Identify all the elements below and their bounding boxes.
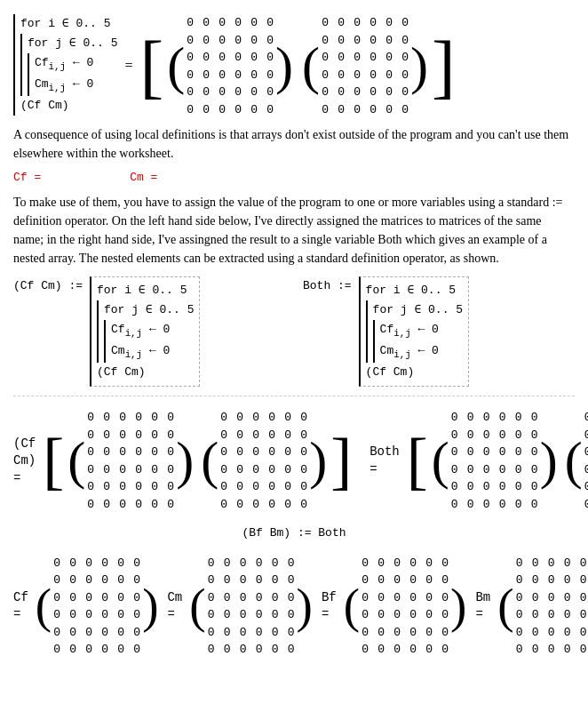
matrix-cf-top: 000000 000000 000000 000000 000000 00000…	[185, 14, 275, 118]
cf-final-matrix: 000000 000000 000000 000000 000000 00000…	[52, 555, 142, 659]
cf-final-l: (	[36, 586, 52, 628]
bf-final-result: Bf = ( 000000 000000 000000 000000 00000…	[322, 555, 466, 659]
b-matrix-cf: 000000 000000 000000 000000 000000 00000…	[449, 409, 540, 513]
bottom-results: Cf = ( 000000 000000 000000 000000 00000…	[13, 551, 575, 662]
first-matrix-group: ( 000000 000000 000000 000000 000000 000…	[167, 14, 293, 118]
cm-final-result: Cm = ( 000000 000000 000000 000000 00000…	[167, 555, 312, 659]
cf-final-matrix-g: ( 000000 000000 000000 000000 000000 000…	[36, 555, 159, 659]
r-m2-group: ( 000000 000000 000000 000000 000000 000…	[201, 409, 327, 513]
right-column: Both := for i ∈ 0.. 5 for j ∈ 0.. 5 Cfi,…	[303, 276, 575, 387]
results-section: (Cf Cm) = [ ( 000000 000000 000000 00000…	[13, 405, 575, 516]
bm-final-label: Bm =	[475, 589, 490, 624]
b-m1-r: )	[540, 438, 558, 484]
bf-final-matrix-g: ( 000000 000000 000000 000000 000000 000…	[344, 555, 467, 659]
bf-bm-assign-line: (Bf Bm) := Both	[13, 525, 575, 541]
left-inner: Cfi,j ← 0 Cmi,j ← 0	[104, 320, 194, 363]
both-assign-label: Both :=	[303, 276, 352, 294]
two-column-section: (Cf Cm) := for i ∈ 0.. 5 for j ∈ 0.. 5 C…	[13, 276, 575, 387]
second-matrix-group: ( 000000 000000 000000 000000 000000 000…	[302, 14, 428, 118]
both-outer-l: [	[407, 435, 428, 488]
divider1	[13, 396, 575, 396]
bm-final-result: Bm = ( 000000 000000 000000 000000 00000…	[475, 555, 588, 659]
paragraph2: To make use of them, you have to assign …	[13, 193, 575, 268]
bm-final-matrix: 000000 000000 000000 000000 000000 00000…	[514, 555, 588, 659]
for-j-block: for j ∈ 0.. 5 Cfi,j ← 0 Cmi,j ← 0	[20, 34, 117, 96]
r-m2-r: )	[309, 438, 327, 484]
b-m2-l: (	[565, 438, 583, 484]
top-section: for i ∈ 0.. 5 for j ∈ 0.. 5 Cfi,j ← 0 Cm…	[13, 14, 575, 118]
cm-final-matrix-g: ( 000000 000000 000000 000000 000000 000…	[189, 555, 313, 659]
cm-final-l: (	[189, 586, 205, 628]
r-m1-l: (	[68, 438, 85, 484]
left-program: for i ∈ 0.. 5 for j ∈ 0.. 5 Cfi,j ← 0 Cm…	[90, 276, 200, 387]
r-m1-group: ( 000000 000000 000000 000000 000000 000…	[68, 409, 194, 513]
b-m1-l: (	[432, 438, 449, 484]
right-inner: Cfi,j ← 0 Cmi,j ← 0	[373, 320, 463, 363]
cf-final-result: Cf = ( 000000 000000 000000 000000 00000…	[13, 555, 158, 659]
cfcm-assign-label: (Cf Cm) :=	[13, 276, 83, 294]
bf-final-l: (	[344, 586, 360, 628]
for-i-line: for i ∈ 0.. 5	[20, 17, 110, 30]
r-matrix-cm: 000000 000000 000000 000000 000000 00000…	[219, 409, 309, 513]
top-result-matrices: [ ( 000000 000000 000000 000000 000000 0…	[139, 14, 455, 118]
m2-right: )	[410, 44, 428, 89]
both-result-label: Both =	[369, 444, 400, 478]
top-assign-row: for i ∈ 0.. 5 for j ∈ 0.. 5 Cfi,j ← 0 Cm…	[13, 14, 456, 118]
top-program: for i ∈ 0.. 5 for j ∈ 0.. 5 Cfi,j ← 0 Cm…	[13, 14, 117, 116]
cm-label: Cm =	[130, 170, 157, 186]
left-column: (Cf Cm) := for i ∈ 0.. 5 for j ∈ 0.. 5 C…	[13, 276, 285, 387]
right-result-col: Both = [ ( 000000 000000 000000 000000 0…	[369, 405, 588, 516]
right-program: for i ∈ 0.. 5 for j ∈ 0.. 5 Cfi,j ← 0 Cm…	[359, 276, 469, 387]
equals-sign: =	[124, 56, 132, 76]
matrix-cm-top: 000000 000000 000000 000000 000000 00000…	[320, 14, 410, 118]
bf-final-matrix: 000000 000000 000000 000000 000000 00000…	[360, 555, 450, 659]
m2-left: (	[302, 44, 320, 89]
m1-left: (	[167, 44, 185, 89]
cfcm-result-matrices: [ ( 000000 000000 000000 000000 000000 0…	[43, 409, 352, 513]
bf-final-label: Bf =	[322, 589, 337, 624]
cf-final-r: )	[142, 586, 158, 628]
bf-final-r: )	[450, 586, 466, 628]
left-outer-bracket-l: [	[43, 435, 64, 488]
right-assign-row: Both := for i ∈ 0.. 5 for j ∈ 0.. 5 Cfi,…	[303, 276, 575, 387]
r-m1-r: )	[176, 438, 194, 484]
right-for-j: for j ∈ 0.. 5 Cfi,j ← 0 Cmi,j ← 0	[366, 300, 463, 363]
bm-final-matrix-g: ( 000000 000000 000000 000000 000000 000…	[497, 555, 588, 659]
bf-bm-assign-text: (Bf Bm) := Both	[242, 525, 346, 541]
cm-final-label: Cm =	[167, 589, 182, 624]
cf-cm-undefined: Cf = Cm =	[13, 170, 575, 186]
inner-assignments: Cfi,j ← 0 Cmi,j ← 0	[28, 53, 117, 96]
m1-right: )	[275, 44, 293, 89]
left-result-col: (Cf Cm) = [ ( 000000 000000 000000 00000…	[13, 405, 352, 516]
cm-final-r: )	[297, 586, 313, 628]
outer-right-bracket: ]	[432, 37, 456, 96]
left-for-j: for j ∈ 0.. 5 Cfi,j ← 0 Cmi,j ← 0	[97, 300, 194, 363]
r-matrix-cf: 000000 000000 000000 000000 000000 00000…	[85, 409, 176, 513]
cfcm-result-label: (Cf Cm) =	[13, 436, 36, 488]
left-outer-bracket-r: ]	[330, 435, 352, 488]
b-m1-group: ( 000000 000000 000000 000000 000000 000…	[432, 409, 558, 513]
cm-final-matrix: 000000 000000 000000 000000 000000 00000…	[206, 555, 297, 659]
top-program-block: for i ∈ 0.. 5 for j ∈ 0.. 5 Cfi,j ← 0 Cm…	[13, 14, 575, 118]
b-matrix-cm: 000000 000000 000000 000000 000000 00000…	[583, 409, 588, 513]
cf-final-label: Cf =	[13, 589, 28, 624]
paragraph1: A consequence of using local definitions…	[13, 125, 575, 163]
both-result-matrices: [ ( 000000 000000 000000 000000 000000 0…	[407, 409, 588, 513]
bm-final-l: (	[497, 586, 513, 628]
r-m2-l: (	[201, 438, 219, 484]
cf-label: Cf =	[13, 170, 41, 186]
cfcm-result-row: (Cf Cm) = [ ( 000000 000000 000000 00000…	[13, 409, 352, 513]
outer-left-bracket: [	[139, 37, 163, 96]
b-m2-group: ( 000000 000000 000000 000000 000000 000…	[565, 409, 588, 513]
both-result-row: Both = [ ( 000000 000000 000000 000000 0…	[369, 409, 588, 513]
left-assign-row: (Cf Cm) := for i ∈ 0.. 5 for j ∈ 0.. 5 C…	[13, 276, 285, 387]
